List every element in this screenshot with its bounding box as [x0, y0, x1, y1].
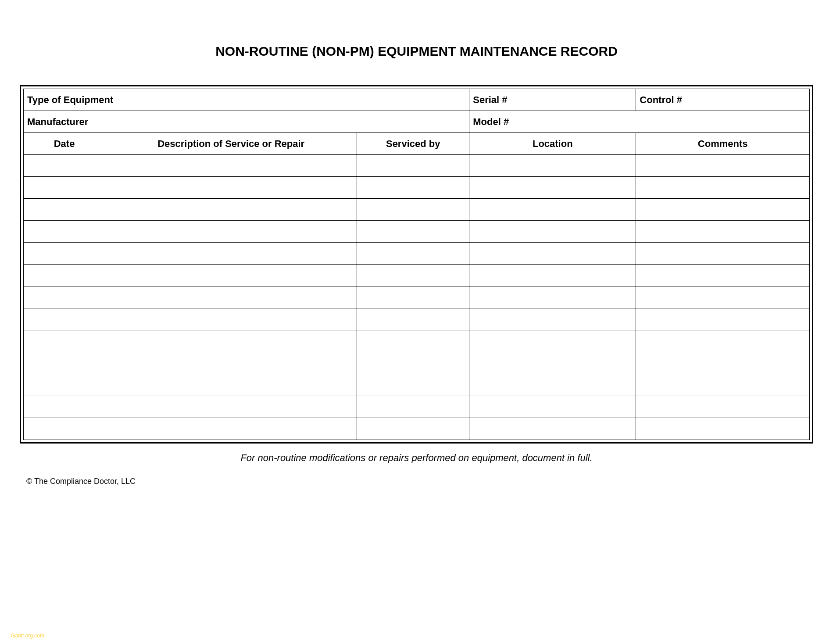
- cell-date[interactable]: [24, 199, 105, 221]
- cell-serviced_by[interactable]: [357, 243, 469, 265]
- header-location: Location: [469, 133, 636, 155]
- cell-serviced_by[interactable]: [357, 221, 469, 243]
- cell-location[interactable]: [469, 308, 636, 330]
- table-outer-border: Type of Equipment Serial # Control # Man…: [20, 85, 813, 444]
- header-description: Description of Service or Repair: [105, 133, 357, 155]
- watermark-text: Gantt.org.com: [11, 633, 44, 639]
- control-cell[interactable]: Control #: [636, 89, 810, 111]
- type-of-equipment-cell[interactable]: Type of Equipment: [24, 89, 469, 111]
- table-row: [24, 308, 810, 330]
- cell-comments[interactable]: [636, 308, 810, 330]
- table-row: [24, 243, 810, 265]
- cell-location[interactable]: [469, 199, 636, 221]
- cell-location[interactable]: [469, 330, 636, 352]
- cell-serviced_by[interactable]: [357, 330, 469, 352]
- cell-date[interactable]: [24, 418, 105, 440]
- table-row: [24, 396, 810, 418]
- cell-comments[interactable]: [636, 374, 810, 396]
- cell-date[interactable]: [24, 155, 105, 177]
- cell-description[interactable]: [105, 308, 357, 330]
- cell-location[interactable]: [469, 374, 636, 396]
- cell-serviced_by[interactable]: [357, 199, 469, 221]
- cell-description[interactable]: [105, 243, 357, 265]
- cell-serviced_by[interactable]: [357, 286, 469, 308]
- cell-date[interactable]: [24, 243, 105, 265]
- cell-date[interactable]: [24, 221, 105, 243]
- maintenance-table: Type of Equipment Serial # Control # Man…: [23, 89, 810, 440]
- cell-serviced_by[interactable]: [357, 265, 469, 286]
- cell-serviced_by[interactable]: [357, 177, 469, 199]
- cell-location[interactable]: [469, 265, 636, 286]
- table-row: [24, 177, 810, 199]
- cell-location[interactable]: [469, 396, 636, 418]
- cell-serviced_by[interactable]: [357, 308, 469, 330]
- table-row: [24, 265, 810, 286]
- info-row-2: Manufacturer Model #: [24, 111, 810, 133]
- cell-description[interactable]: [105, 221, 357, 243]
- table-row: [24, 374, 810, 396]
- table-row: [24, 352, 810, 374]
- column-header-row: Date Description of Service or Repair Se…: [24, 133, 810, 155]
- cell-location[interactable]: [469, 177, 636, 199]
- cell-description[interactable]: [105, 418, 357, 440]
- cell-date[interactable]: [24, 374, 105, 396]
- cell-date[interactable]: [24, 396, 105, 418]
- cell-location[interactable]: [469, 155, 636, 177]
- table-row: [24, 418, 810, 440]
- cell-location[interactable]: [469, 352, 636, 374]
- cell-description[interactable]: [105, 155, 357, 177]
- cell-description[interactable]: [105, 374, 357, 396]
- cell-serviced_by[interactable]: [357, 374, 469, 396]
- data-body: [24, 155, 810, 440]
- cell-serviced_by[interactable]: [357, 396, 469, 418]
- cell-date[interactable]: [24, 177, 105, 199]
- cell-description[interactable]: [105, 286, 357, 308]
- model-cell[interactable]: Model #: [469, 111, 810, 133]
- cell-date[interactable]: [24, 330, 105, 352]
- cell-comments[interactable]: [636, 286, 810, 308]
- cell-comments[interactable]: [636, 177, 810, 199]
- table-row: [24, 221, 810, 243]
- cell-location[interactable]: [469, 418, 636, 440]
- cell-serviced_by[interactable]: [357, 352, 469, 374]
- cell-description[interactable]: [105, 352, 357, 374]
- table-row: [24, 155, 810, 177]
- cell-comments[interactable]: [636, 221, 810, 243]
- cell-description[interactable]: [105, 330, 357, 352]
- page-title: NON-ROUTINE (NON-PM) EQUIPMENT MAINTENAN…: [20, 44, 813, 59]
- cell-comments[interactable]: [636, 243, 810, 265]
- cell-location[interactable]: [469, 286, 636, 308]
- cell-comments[interactable]: [636, 330, 810, 352]
- page-container: NON-ROUTINE (NON-PM) EQUIPMENT MAINTENAN…: [0, 0, 833, 504]
- cell-description[interactable]: [105, 265, 357, 286]
- header-comments: Comments: [636, 133, 810, 155]
- cell-comments[interactable]: [636, 418, 810, 440]
- cell-comments[interactable]: [636, 265, 810, 286]
- cell-comments[interactable]: [636, 352, 810, 374]
- cell-comments[interactable]: [636, 199, 810, 221]
- table-row: [24, 286, 810, 308]
- cell-description[interactable]: [105, 396, 357, 418]
- cell-serviced_by[interactable]: [357, 418, 469, 440]
- cell-comments[interactable]: [636, 155, 810, 177]
- cell-date[interactable]: [24, 265, 105, 286]
- cell-location[interactable]: [469, 243, 636, 265]
- manufacturer-cell[interactable]: Manufacturer: [24, 111, 469, 133]
- info-row-1: Type of Equipment Serial # Control #: [24, 89, 810, 111]
- header-date: Date: [24, 133, 105, 155]
- cell-description[interactable]: [105, 199, 357, 221]
- serial-cell[interactable]: Serial #: [469, 89, 636, 111]
- cell-comments[interactable]: [636, 396, 810, 418]
- table-row: [24, 330, 810, 352]
- cell-description[interactable]: [105, 177, 357, 199]
- footnote-text: For non-routine modifications or repairs…: [20, 452, 813, 464]
- cell-location[interactable]: [469, 221, 636, 243]
- table-row: [24, 199, 810, 221]
- header-serviced-by: Serviced by: [357, 133, 469, 155]
- cell-date[interactable]: [24, 308, 105, 330]
- copyright-text: © The Compliance Doctor, LLC: [26, 477, 813, 486]
- cell-date[interactable]: [24, 352, 105, 374]
- cell-date[interactable]: [24, 286, 105, 308]
- cell-serviced_by[interactable]: [357, 155, 469, 177]
